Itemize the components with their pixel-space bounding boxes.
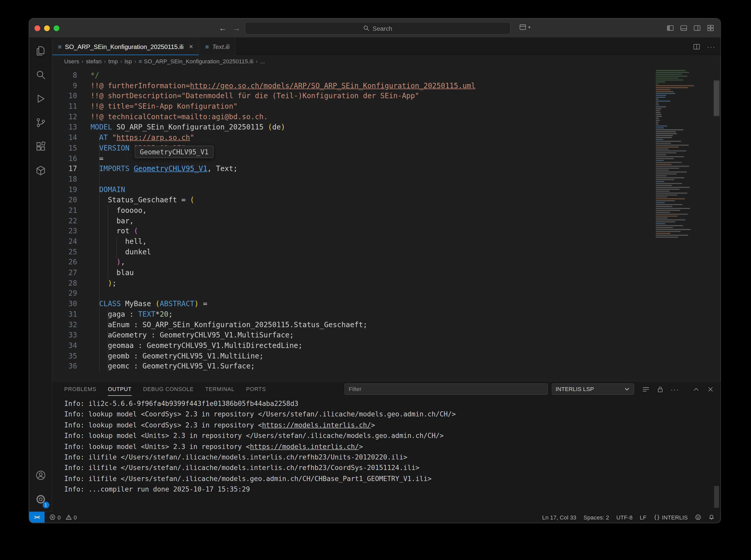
run-debug-icon[interactable] [29, 87, 52, 111]
code-line[interactable]: 25 dunkel [52, 247, 720, 258]
code-line[interactable]: 18 [52, 174, 720, 185]
feedback-smiley-icon[interactable] [695, 514, 701, 520]
breadcrumb-item[interactable]: ... [260, 58, 265, 65]
search-icon [363, 25, 370, 32]
split-editor-icon[interactable] [693, 43, 701, 51]
code-line[interactable]: 23 rot ( [52, 226, 720, 237]
breadcrumb-item[interactable]: Users [64, 58, 79, 65]
language-mode[interactable]: {} INTERLIS [654, 514, 688, 521]
panel-tab-output[interactable]: OUTPUT [108, 382, 132, 396]
minimize-window-icon[interactable] [44, 25, 50, 31]
code-line[interactable]: 27 blau [52, 268, 720, 278]
problems-status[interactable]: 0 0 [49, 514, 77, 521]
source-control-icon[interactable] [29, 111, 52, 135]
more-actions-icon[interactable]: ··· [707, 43, 716, 51]
layout-dropdown[interactable]: ▾ [519, 23, 531, 31]
maximize-panel-icon[interactable] [692, 385, 700, 393]
output-line: Info: lookup model <Units> 2.3 in reposi… [64, 441, 720, 452]
extensions-icon[interactable] [29, 135, 52, 158]
command-center-search[interactable]: Search [245, 22, 511, 35]
minimap-line [656, 158, 674, 159]
panel-tab-problems[interactable]: PROBLEMS [64, 382, 96, 396]
breadcrumb-item[interactable]: tmp [108, 58, 118, 65]
close-panel-icon[interactable] [706, 385, 715, 393]
output-text: Info: lookup model <Units> 2.3 in reposi… [64, 432, 444, 439]
breadcrumb-item[interactable]: stefan [86, 58, 102, 65]
desktop-background: ← → Search ▾ [0, 0, 751, 560]
code-line[interactable]: 10!!@ shortDescription="Datenmodell für … [52, 91, 720, 102]
customize-layout-icon[interactable] [706, 24, 715, 32]
code-line[interactable]: 8*/ [52, 71, 720, 81]
code-line[interactable]: 22 bar, [52, 216, 720, 226]
search-sidebar-icon[interactable] [29, 63, 52, 87]
editor-scrollbar[interactable] [714, 67, 719, 381]
minimap-line [656, 235, 688, 236]
zoom-window-icon[interactable] [54, 25, 59, 31]
code-line[interactable]: 24 hell, [52, 237, 720, 247]
eol-status[interactable]: LF [640, 514, 646, 521]
code-line[interactable]: 20 Status_Geschaeft = ( [52, 195, 720, 206]
code-line[interactable]: 30 CLASS MyBase (ABSTRACT) = [52, 299, 720, 309]
output-link[interactable]: https://models.interlis.ch/ [262, 421, 371, 429]
output-line: Info: lookup model <CoordSys> 2.3 in rep… [64, 420, 720, 431]
code-line[interactable]: 31 gaga : TEXT*20; [52, 309, 720, 320]
code-editor[interactable]: 8*/9!!@ furtherInformation=http://geo.so… [52, 67, 720, 381]
code-area: 8*/9!!@ furtherInformation=http://geo.so… [52, 71, 720, 372]
minimap[interactable] [656, 67, 699, 381]
code-line[interactable]: 32 aEnum : SO_ARP_SEin_Konfiguration_202… [52, 320, 720, 330]
code-line[interactable]: 13MODEL SO_ARP_SEin_Konfiguration_202501… [52, 122, 720, 133]
minimap-line [656, 141, 681, 142]
panel-tab-terminal[interactable]: TERMINAL [205, 382, 235, 396]
indentation-status[interactable]: Spaces: 2 [584, 514, 609, 521]
code-line[interactable]: 36 geomc : GeometryCHLV95_V1.Surface; [52, 361, 720, 372]
more-actions-icon[interactable]: ··· [671, 385, 679, 393]
code-line[interactable]: 34 geomaa : GeometryCHLV95_V1.MultiDirec… [52, 341, 720, 351]
settings-gear-icon[interactable]: 1 [29, 487, 52, 511]
notifications-bell-icon[interactable] [708, 514, 715, 520]
encoding-status[interactable]: UTF-8 [616, 514, 633, 521]
chevron-right-icon: › [104, 58, 106, 65]
editor-tab[interactable]: ≡Text.ili [199, 38, 236, 55]
cursor-position[interactable]: Ln 17, Col 33 [542, 514, 576, 521]
panel-tab-ports[interactable]: PORTS [246, 382, 266, 396]
lock-icon[interactable] [656, 385, 664, 393]
back-arrow-icon[interactable]: ← [219, 24, 227, 32]
minimap-line [656, 110, 660, 111]
code-line[interactable]: 29 [52, 289, 720, 299]
forward-arrow-icon[interactable]: → [233, 24, 240, 32]
layout-panel-icon[interactable] [680, 24, 688, 32]
editor-tab[interactable]: ≡SO_ARP_SEin_Konfiguration_20250115.ili✕ [52, 38, 200, 55]
close-window-icon[interactable] [35, 25, 40, 31]
code-line[interactable]: 26 ), [52, 257, 720, 268]
scrollbar-thumb[interactable] [714, 81, 719, 116]
code-line[interactable]: 28 ); [52, 278, 720, 289]
breadcrumb-item[interactable]: ≡SO_ARP_SEin_Konfiguration_20250115.ili [139, 58, 253, 65]
code-line[interactable]: 12!!@ technicalContact=mailto:agi@bd.so.… [52, 112, 720, 123]
breadcrumb-item[interactable]: lsp [125, 58, 132, 65]
remote-icon[interactable]: >< [29, 512, 45, 523]
package-icon[interactable] [29, 159, 52, 183]
code-line[interactable]: 19 DOMAIN [52, 185, 720, 195]
code-line[interactable]: 11!!@ title="SEin-App Konfiguration" [52, 102, 720, 112]
clear-output-icon[interactable] [642, 385, 650, 393]
code-line[interactable]: 14 AT "https://arp.so.ch" [52, 133, 720, 143]
output-link[interactable]: https://models.interlis.ch/ [250, 443, 359, 450]
code-line[interactable]: 33 aGeometry : GeometryCHLV95_V1.MultiSu… [52, 330, 720, 341]
output-channel-select[interactable]: INTERLIS LSP [552, 383, 634, 395]
explorer-icon[interactable] [29, 39, 52, 63]
layout-sidebar-left-icon[interactable] [666, 24, 674, 32]
code-line[interactable]: 35 geomb : GeometryCHLV95_V1.MultiLine; [52, 351, 720, 362]
line-number: 18 [52, 174, 77, 185]
panel-scrollbar-thumb[interactable] [714, 486, 719, 508]
output-filter-input[interactable] [344, 383, 548, 395]
line-content: geomc : GeometryCHLV95_V1.Surface; [90, 361, 255, 372]
code-line[interactable]: 17 IMPORTS GeometryCHLV95_V1, Text; [52, 164, 720, 174]
line-number: 12 [52, 112, 77, 123]
line-number: 19 [52, 185, 77, 195]
layout-sidebar-right-icon[interactable] [693, 24, 701, 32]
account-icon[interactable] [29, 463, 52, 487]
code-line[interactable]: 9!!@ furtherInformation=http://geo.so.ch… [52, 81, 720, 91]
panel-tab-debug-console[interactable]: DEBUG CONSOLE [143, 382, 194, 396]
close-tab-icon[interactable]: ✕ [189, 43, 193, 49]
code-line[interactable]: 21 fooooo, [52, 206, 720, 216]
